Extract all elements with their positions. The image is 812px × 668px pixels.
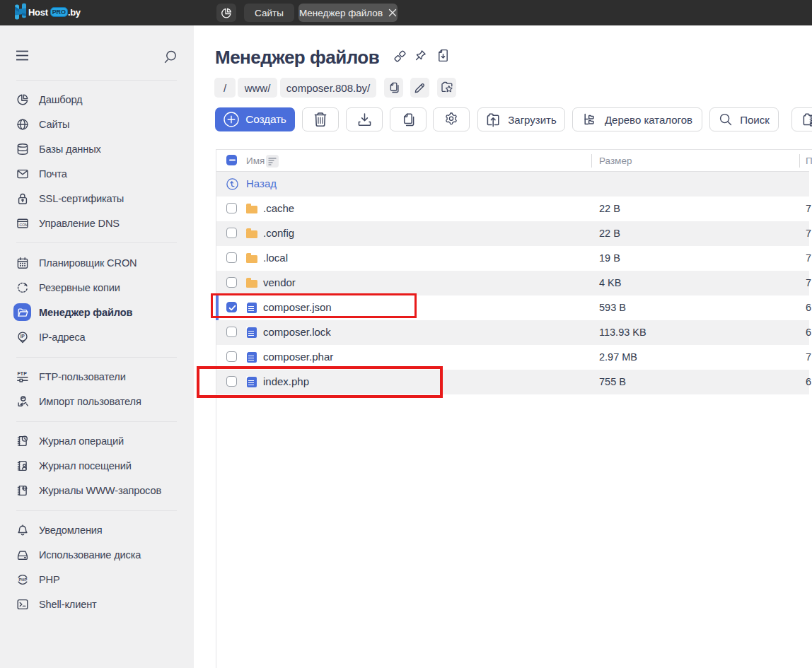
svg-text:IP: IP <box>21 334 25 339</box>
svg-text:PHP: PHP <box>19 578 28 582</box>
svg-text:FTP: FTP <box>18 371 28 376</box>
svg-text:.COM: .COM <box>18 223 28 227</box>
